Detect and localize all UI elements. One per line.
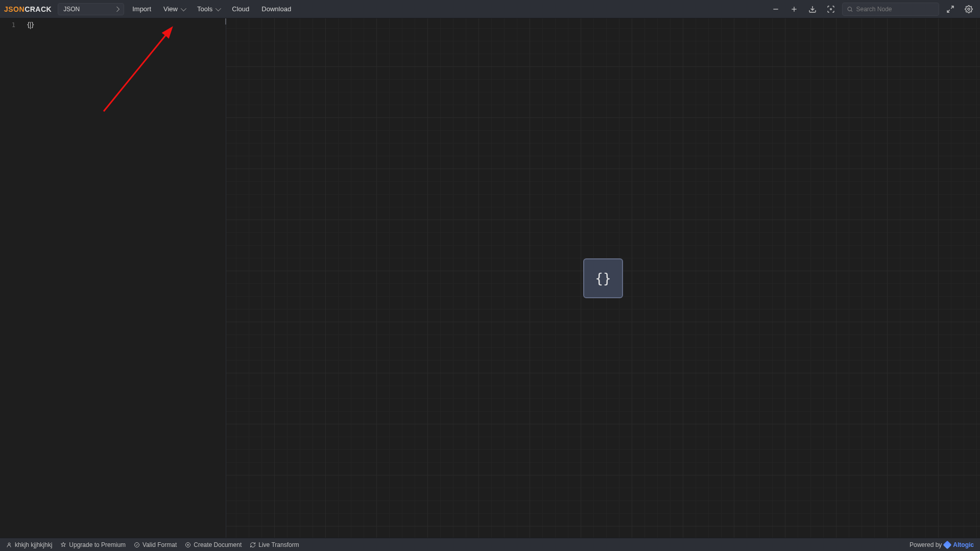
search-box[interactable] (842, 3, 939, 16)
svg-line-8 (947, 10, 950, 12)
chevron-down-icon (181, 5, 186, 11)
editor-gutter: 1 (0, 18, 25, 538)
menu-view[interactable]: View (159, 3, 189, 15)
menu-tools-label: Tools (197, 5, 212, 13)
search-input[interactable] (856, 6, 935, 13)
menu-download[interactable]: Download (257, 3, 295, 15)
user-name: khkjh kjjhkjhkj (15, 541, 52, 548)
create-document-button[interactable]: Create Document (185, 541, 242, 548)
menu-import-label: Import (132, 5, 151, 13)
menu-view-label: View (163, 5, 178, 13)
chevron-down-icon (216, 5, 221, 11)
check-circle-icon (134, 542, 140, 548)
powered-by[interactable]: Powered by Altogic (910, 541, 974, 548)
format-select[interactable]: JSON (58, 3, 124, 15)
main-area: 1 {} {} (0, 18, 980, 538)
focus-icon (827, 5, 835, 13)
menu-cloud[interactable]: Cloud (228, 3, 253, 15)
user-icon (6, 542, 12, 548)
menu-tools[interactable]: Tools (193, 3, 224, 15)
upgrade-label: Upgrade to Premium (69, 541, 126, 548)
logo-part-crack: CRACK (25, 5, 52, 13)
center-view-button[interactable] (824, 2, 838, 16)
menu-cloud-label: Cloud (232, 5, 249, 13)
root-node[interactable]: {} (583, 258, 623, 298)
svg-point-9 (968, 8, 970, 10)
topbar: JSONCRACK JSON Import View Tools Cloud D… (0, 0, 980, 18)
altogic-icon (943, 540, 952, 549)
live-transform-label: Live Transform (258, 541, 299, 548)
svg-line-6 (851, 10, 852, 11)
root-node-label: {} (595, 271, 611, 286)
menu-download-label: Download (261, 5, 291, 13)
plus-icon (790, 5, 798, 13)
svg-point-5 (848, 7, 851, 10)
code-brace-open: { (27, 21, 30, 29)
code-editor[interactable]: {} (25, 18, 226, 538)
zoom-in-button[interactable] (787, 2, 801, 16)
minus-icon (772, 5, 780, 13)
create-document-label: Create Document (194, 541, 242, 548)
live-transform-toggle[interactable]: Live Transform (250, 541, 299, 548)
premium-icon (60, 542, 66, 548)
valid-format-indicator[interactable]: Valid Format (134, 541, 177, 548)
bottombar: khkjh kjjhkjhkj Upgrade to Premium Valid… (0, 538, 980, 551)
format-select-value: JSON (63, 6, 80, 13)
powered-by-label: Powered by (910, 541, 942, 548)
graph-canvas[interactable]: {} (226, 18, 980, 538)
download-image-button[interactable] (805, 2, 820, 16)
sync-icon (250, 542, 256, 548)
svg-point-12 (8, 543, 10, 545)
settings-button[interactable] (962, 2, 976, 16)
code-brace-close: } (31, 21, 34, 29)
download-icon (808, 5, 817, 13)
app-root: JSONCRACK JSON Import View Tools Cloud D… (0, 0, 980, 551)
valid-format-label: Valid Format (142, 541, 177, 548)
maximize-icon (946, 5, 954, 13)
gear-icon (965, 5, 973, 13)
upgrade-link[interactable]: Upgrade to Premium (60, 541, 126, 548)
powered-by-brand: Altogic (953, 541, 974, 548)
user-indicator[interactable]: khkjh kjjhkjhkj (6, 541, 52, 548)
svg-line-7 (951, 6, 953, 9)
svg-point-13 (135, 542, 139, 547)
search-icon (847, 6, 853, 13)
svg-point-4 (830, 8, 832, 10)
app-logo: JSONCRACK (4, 5, 52, 13)
plus-circle-icon (185, 542, 191, 548)
editor-pane: 1 {} (0, 18, 226, 538)
line-number: 1 (0, 20, 15, 30)
logo-part-json: JSON (4, 5, 25, 13)
zoom-out-button[interactable] (769, 2, 783, 16)
fullscreen-button[interactable] (943, 2, 958, 16)
menu-import[interactable]: Import (128, 3, 155, 15)
